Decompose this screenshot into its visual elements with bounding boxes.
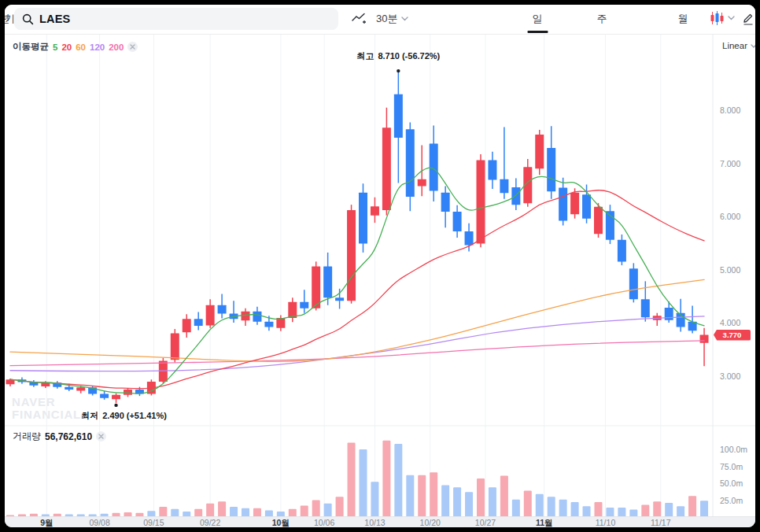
candle-body	[477, 160, 485, 243]
volume-bar	[312, 501, 320, 518]
volume-bar	[324, 504, 332, 517]
candle-body	[582, 194, 591, 218]
candle-body	[382, 127, 391, 210]
volume-bar	[653, 501, 661, 517]
price-tick-label: 6.000	[720, 212, 740, 221]
candle-body	[100, 393, 109, 397]
trendline-icon	[351, 12, 367, 26]
ma200-line	[10, 341, 704, 366]
x-axis-label: 11/17	[651, 518, 671, 527]
chevron-down-icon	[728, 16, 735, 20]
candle-body	[535, 135, 544, 168]
volume-bar	[477, 478, 485, 517]
scale-label: Linear	[722, 41, 747, 50]
ma-legend: 이동평균 5 20 60 120 200	[13, 41, 138, 53]
volume-bar	[218, 501, 226, 517]
volume-bar	[700, 501, 708, 517]
draw-tool-button[interactable]	[738, 9, 755, 28]
candle-body	[183, 319, 191, 332]
candle-body	[312, 266, 320, 308]
x-axis-label: 11/10	[596, 518, 616, 527]
price-tick-label: 5.000	[720, 265, 740, 275]
candle-body	[76, 387, 85, 390]
candle-body	[206, 305, 215, 326]
x-axis-label: 10/06	[314, 518, 334, 527]
volume-bar	[348, 442, 356, 517]
timeframe-30min-dropdown[interactable]: 30분	[376, 12, 408, 26]
low-change: (+51.41%)	[127, 411, 167, 420]
close-icon[interactable]	[96, 431, 106, 441]
volume-bar	[206, 504, 214, 517]
candle-body	[453, 212, 462, 231]
candle-body	[418, 179, 426, 187]
volume-bar	[394, 444, 402, 517]
ma-period-label: 60	[76, 42, 86, 52]
tab-year[interactable]: 년	[5, 12, 10, 26]
volume-tick-label: 75.0m	[720, 462, 743, 471]
volume-bar	[489, 487, 496, 517]
x-axis: 9월09/0809/1509/2210월10/0610/1310/2010/27…	[5, 516, 755, 527]
candle-body	[406, 129, 415, 197]
volume-bar	[559, 500, 567, 517]
ma-legend-title: 이동평균	[13, 41, 49, 53]
scale-selector[interactable]: Linear	[722, 41, 755, 50]
volume-bar	[677, 506, 684, 517]
volume-bar	[406, 475, 414, 517]
chart-canvas[interactable]	[5, 5, 755, 527]
volume-bar	[536, 494, 544, 517]
ma-period-label: 200	[109, 42, 124, 52]
candle-body	[465, 231, 474, 246]
price-tick-label: 8.000	[720, 105, 740, 115]
close-icon[interactable]	[127, 42, 138, 52]
volume-bar	[512, 500, 520, 517]
candle-body	[41, 382, 50, 386]
x-axis-label: 09/08	[89, 518, 109, 527]
chevron-down-icon	[751, 44, 755, 48]
volume-tick-label: 25.0m	[720, 496, 743, 505]
candle-body	[488, 160, 496, 179]
volume-bar	[360, 449, 367, 517]
volume-bar	[418, 475, 426, 517]
current-price-badge: 3.770	[714, 330, 751, 341]
candle-body	[335, 297, 344, 301]
candle-body	[547, 148, 555, 191]
pencil-icon	[742, 12, 754, 26]
x-axis-label: 10/20	[420, 518, 441, 527]
tab-month[interactable]: 월	[678, 12, 688, 26]
candle-body	[194, 319, 203, 326]
candle-body	[441, 193, 450, 212]
ma-period-label: 20	[61, 42, 72, 52]
volume-bar	[441, 486, 449, 517]
volume-value: 56,762,610	[45, 431, 92, 442]
candle-body	[511, 187, 520, 205]
chart-type-button[interactable]	[710, 10, 735, 26]
ma5-line	[10, 168, 704, 393]
volume-tick-label: 50.0m	[720, 478, 743, 488]
volume-label: 거래량	[13, 430, 41, 443]
candle-body	[253, 312, 261, 322]
tab-week[interactable]: 주	[597, 12, 607, 26]
candle-body	[300, 302, 308, 308]
candle-body	[570, 193, 579, 215]
candle-body	[500, 179, 508, 194]
high-value: 8.710	[378, 51, 400, 61]
ma60-line	[10, 279, 704, 361]
low-marker-dot	[114, 404, 117, 407]
candle-body	[65, 387, 73, 390]
tab-day[interactable]: 일	[533, 12, 543, 26]
search-input[interactable]: LAES	[14, 8, 338, 30]
candle-body	[124, 390, 132, 395]
volume-tick-label: 100.0m	[720, 445, 747, 454]
volume-bar	[665, 503, 673, 517]
trendline-tool-button[interactable]	[349, 9, 369, 28]
candle-body	[629, 268, 638, 299]
candle-body	[700, 335, 709, 343]
volume-bar	[382, 441, 390, 517]
candle-body	[594, 207, 603, 234]
high-annotation: 최고8.710(-56.72%)	[323, 50, 473, 62]
chevron-down-icon	[401, 17, 408, 21]
x-axis-label: 09/15	[143, 518, 164, 527]
volume-bar	[583, 506, 591, 517]
candle-body	[430, 144, 438, 191]
price-tick-label: 3.000	[720, 371, 740, 381]
